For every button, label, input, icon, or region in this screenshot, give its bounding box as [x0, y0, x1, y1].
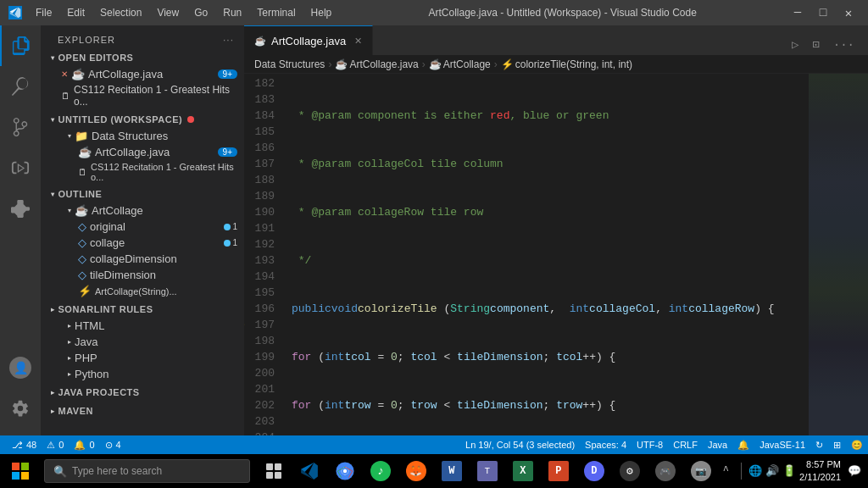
tab-actions: ▷ ⊡ ···: [785, 34, 868, 55]
maven-toggle[interactable]: ▸ MAVEN: [41, 402, 244, 419]
taskbar-search-box[interactable]: 🔍 Type here to search: [44, 459, 250, 483]
status-errors[interactable]: ⚠ 0: [42, 435, 69, 454]
taskbar-powerpoint[interactable]: P: [542, 454, 576, 488]
sonarlint-section: ▸ SONARLINT RULES ▸ HTML ▸ Java ▸ PHP ▸ …: [41, 301, 244, 382]
taskbar-clock[interactable]: 8:57 PM 2/11/2021: [799, 458, 841, 485]
activity-account[interactable]: 👤: [0, 347, 41, 388]
status-jdk[interactable]: JavaSE-11: [754, 435, 810, 454]
sidebar-more-button[interactable]: ···: [223, 34, 234, 46]
outline-constructor[interactable]: ⚡ ArtCollage(String)...: [41, 283, 244, 299]
system-tray[interactable]: ^: [718, 462, 734, 480]
sonarlint-python[interactable]: ▸ Python: [41, 366, 244, 382]
java-projects-toggle[interactable]: ▸ JAVA PROJECTS: [41, 384, 244, 401]
editor-area: ☕ ArtCollage.java ✕ ▷ ⊡ ··· Data Structu…: [244, 25, 868, 435]
sonarlint-toggle[interactable]: ▸ SONARLINT RULES: [41, 301, 244, 318]
breadcrumb-file[interactable]: ☕ArtCollage.java: [335, 58, 418, 70]
breadcrumb-class[interactable]: ☕ArtCollage: [429, 58, 491, 70]
activity-settings[interactable]: [0, 388, 41, 429]
split-button[interactable]: ⊡: [805, 34, 826, 55]
network-icon[interactable]: 🌐: [748, 464, 762, 478]
taskbar-github[interactable]: ⚙: [613, 454, 647, 488]
more-button[interactable]: ···: [826, 35, 861, 55]
taskbar-date-value: 2/11/2021: [799, 471, 841, 484]
svg-rect-7: [275, 472, 281, 479]
task-view-button[interactable]: [257, 454, 291, 488]
tab-artcollage[interactable]: ☕ ArtCollage.java ✕: [244, 25, 373, 55]
menu-terminal[interactable]: Terminal: [250, 5, 302, 20]
menu-run[interactable]: Run: [216, 5, 248, 20]
status-encoding[interactable]: UTF-8: [632, 435, 668, 454]
status-eol[interactable]: CRLF: [668, 435, 703, 454]
maximize-button[interactable]: □: [812, 4, 834, 21]
status-spaces[interactable]: Spaces: 4: [580, 435, 632, 454]
run-button[interactable]: ▷: [785, 34, 805, 55]
taskbar-chrome[interactable]: [328, 454, 362, 488]
taskbar-more-2[interactable]: 📷: [684, 454, 718, 488]
breadcrumb-method[interactable]: ⚡colorizeTile(String, int, int): [501, 58, 632, 70]
open-editor-filename: ArtCollage.java: [88, 68, 163, 80]
minimize-button[interactable]: ─: [787, 4, 809, 21]
tab-close-icon[interactable]: ✕: [354, 36, 362, 47]
workspace-toggle[interactable]: ▾ UNTITLED (WORKSPACE): [41, 111, 244, 128]
activity-search[interactable]: [0, 66, 41, 107]
open-editor-cs112[interactable]: 🗒 CS112 Recitation 1 - Greatest Hits o..…: [41, 82, 244, 109]
menu-selection[interactable]: Selection: [93, 5, 148, 20]
status-bar: ⎇ 48 ⚠ 0 🔔 0 ⊙ 4 Ln 19/, Col 54 (3 selec…: [0, 435, 868, 454]
activity-extensions[interactable]: [0, 188, 41, 229]
menu-view[interactable]: View: [150, 5, 186, 20]
sidebar: EXPLORER ··· ▾ OPEN EDITORS ✕ ☕ ArtColla…: [41, 25, 244, 435]
menu-edit[interactable]: Edit: [60, 5, 92, 20]
activity-explorer[interactable]: [0, 25, 41, 66]
encoding-text: UTF-8: [637, 440, 663, 450]
notification-icon[interactable]: 💬: [848, 464, 861, 478]
status-language[interactable]: Java: [703, 435, 732, 454]
menu-go[interactable]: Go: [187, 5, 214, 20]
activity-source-control[interactable]: [0, 107, 41, 147]
windows-start-button[interactable]: [7, 458, 34, 485]
taskbar-firefox[interactable]: 🦊: [399, 454, 433, 488]
status-sync[interactable]: ↻: [810, 435, 828, 454]
avatar: 👤: [9, 357, 31, 379]
taskbar-discord[interactable]: D: [577, 454, 611, 488]
status-branch[interactable]: ⎇ 48: [7, 435, 42, 454]
folder-data-structures[interactable]: ▾ 📁 Data Structures: [41, 128, 244, 144]
code-content[interactable]: * @param component is either red, blue o…: [285, 74, 809, 435]
tab-java-icon: ☕: [254, 36, 266, 47]
file-cs112[interactable]: 🗒 CS112 Recitation 1 - Greatest Hits o..…: [41, 160, 244, 184]
taskbar-more-1[interactable]: 🎮: [648, 454, 682, 488]
close-button[interactable]: ✕: [837, 4, 860, 21]
status-warnings[interactable]: 🔔 0: [69, 435, 99, 454]
sonarlint-html[interactable]: ▸ HTML: [41, 318, 244, 334]
open-editors-section: ▾ OPEN EDITORS ✕ ☕ ArtCollage.java 9+ 🗒 …: [41, 49, 244, 109]
open-editor-artcollage[interactable]: ✕ ☕ ArtCollage.java 9+: [41, 66, 244, 82]
sonarlint-html-label: HTML: [75, 319, 104, 332]
outline-tile-dimension[interactable]: ◇ tileDimension: [41, 267, 244, 283]
taskbar-teams[interactable]: T: [470, 454, 504, 488]
outline-collage-dimension[interactable]: ◇ collageDimension: [41, 251, 244, 267]
outline-original[interactable]: ◇ original 1: [41, 219, 244, 235]
battery-icon[interactable]: 🔋: [782, 464, 796, 478]
breadcrumb-ds[interactable]: Data Structures: [254, 58, 325, 70]
taskbar-spotify[interactable]: ♪: [364, 454, 398, 488]
menu-file[interactable]: File: [29, 5, 58, 20]
sonarlint-java[interactable]: ▸ Java: [41, 334, 244, 350]
menu-help[interactable]: Help: [304, 5, 339, 20]
outline-collage[interactable]: ◇ collage 1: [41, 235, 244, 251]
taskbar-vscode[interactable]: [292, 454, 326, 488]
status-info[interactable]: ⊙ 4: [100, 435, 126, 454]
activity-run-debug[interactable]: [0, 147, 41, 188]
sonarlint-php[interactable]: ▸ PHP: [41, 350, 244, 366]
status-bell[interactable]: 🔔: [732, 435, 754, 454]
status-remote[interactable]: ⊞: [828, 435, 846, 454]
open-editors-toggle[interactable]: ▾ OPEN EDITORS: [41, 49, 244, 66]
outline-toggle[interactable]: ▾ OUTLINE: [41, 186, 244, 202]
taskbar-excel[interactable]: X: [506, 454, 540, 488]
file-artcollage[interactable]: ☕ ArtCollage.java 9+: [41, 144, 244, 160]
outline-class[interactable]: ▾ ☕ ArtCollage: [41, 202, 244, 219]
sound-icon[interactable]: 🔊: [765, 464, 779, 478]
taskbar-word[interactable]: W: [435, 454, 469, 488]
taskbar-search-placeholder: Type here to search: [72, 465, 162, 477]
status-position[interactable]: Ln 19/, Col 54 (3 selected): [460, 435, 580, 454]
status-feedback[interactable]: 😊: [846, 435, 868, 454]
workspace-dot: [187, 116, 194, 123]
